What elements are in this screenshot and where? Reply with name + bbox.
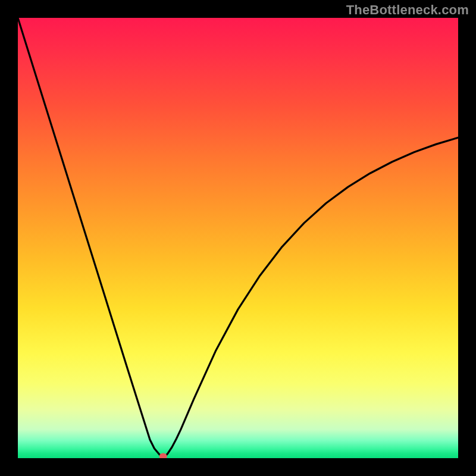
bottleneck-curve	[18, 18, 458, 458]
chart-container: TheBottleneck.com	[0, 0, 476, 476]
plot-area	[18, 18, 458, 458]
optimum-marker	[159, 453, 167, 459]
plot-svg	[18, 18, 458, 458]
watermark-text: TheBottleneck.com	[346, 2, 469, 18]
